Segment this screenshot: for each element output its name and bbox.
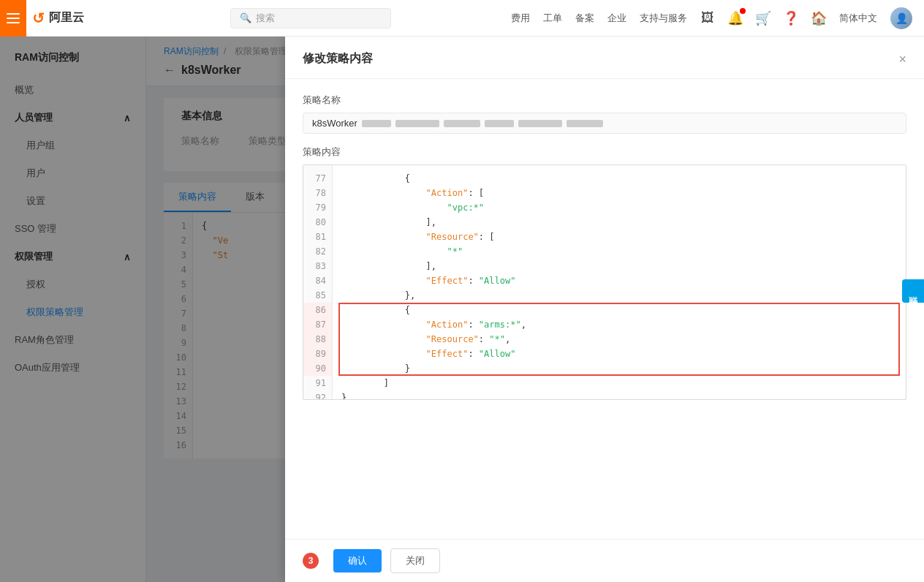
logo[interactable]: ↺ 阿里云: [32, 10, 84, 27]
lang-switcher[interactable]: 简体中文: [839, 12, 877, 25]
redacted-2: [395, 120, 439, 127]
policy-content-label: 策略内容: [303, 146, 906, 159]
highlighted-code-block: { "Action": "arms:*", "Resource": "*", "…: [341, 303, 897, 376]
modal-gutter-92: 92: [303, 390, 332, 399]
hamburger-button[interactable]: [0, 0, 26, 37]
logo-text: 阿里云: [49, 10, 84, 26]
search-bar[interactable]: 🔍 搜索: [230, 8, 391, 29]
modal-gutter-79: 79: [303, 200, 332, 215]
modal-title: 修改策略内容: [303, 51, 373, 67]
top-nav: ↺ 阿里云 🔍 搜索 费用 工单 备案 企业 支持与服务 🖼 🔔 🛒 ❓ 🏠 简…: [0, 0, 924, 37]
modal-code-editor[interactable]: 77 78 79 80 81 82 83 84 85 86 87 88 89 9…: [303, 165, 906, 400]
modal-close-button[interactable]: ×: [898, 53, 906, 66]
modal-gutter-83: 83: [303, 259, 332, 273]
step-badge-3: 3: [303, 553, 319, 569]
contact-side-button[interactable]: 联系我们: [902, 279, 924, 303]
svg-rect-2: [7, 22, 20, 23]
modal: 修改策略内容 × 策略名称 k8sWorker 策略内容 77 78 79: [285, 37, 924, 582]
modal-gutter-78: 78: [303, 186, 332, 200]
modal-gutter-90: 90: [303, 361, 332, 376]
modal-code-81: "Resource": [: [341, 230, 897, 244]
confirm-button[interactable]: 确认: [333, 549, 382, 572]
modal-gutter-88: 88: [303, 332, 332, 347]
modal-code-83: ],: [341, 259, 897, 273]
redacted-1: [362, 120, 391, 127]
nav-fees[interactable]: 费用: [511, 12, 530, 25]
svg-rect-1: [7, 18, 20, 19]
modal-gutter-77: 77: [303, 171, 332, 186]
modal-body: 策略名称 k8sWorker 策略内容 77 78 79 80 81 8: [285, 79, 924, 539]
modal-code-editor-inner: 77 78 79 80 81 82 83 84 85 86 87 88 89 9…: [303, 165, 906, 399]
search-icon: 🔍: [240, 12, 251, 23]
top-nav-right: 费用 工单 备案 企业 支持与服务 🖼 🔔 🛒 ❓ 🏠 简体中文 👤: [511, 7, 912, 29]
modal-gutter-89: 89: [303, 347, 332, 361]
modal-code-85: },: [341, 288, 897, 303]
modal-code-88: "Resource": "*",: [341, 332, 897, 347]
avatar[interactable]: 👤: [890, 7, 912, 29]
modal-code-79: "vpc:*": [341, 200, 897, 215]
modal-code-82: "*": [341, 244, 897, 259]
modal-code-87: "Action": "arms:*",: [341, 317, 897, 332]
modal-code-89: "Effect": "Allow": [341, 347, 897, 361]
modal-code-78: "Action": [: [341, 186, 897, 200]
modal-code-91: ]: [341, 376, 897, 390]
search-placeholder: 搜索: [256, 12, 275, 25]
modal-gutter-87: 87: [303, 317, 332, 332]
logo-icon: ↺: [32, 10, 45, 27]
close-footer-button[interactable]: 关闭: [390, 548, 440, 573]
nav-enterprise[interactable]: 企业: [607, 12, 626, 25]
nav-ticket[interactable]: 工单: [543, 12, 562, 25]
modal-header: 修改策略内容 ×: [285, 37, 924, 79]
help-icon[interactable]: ❓: [784, 11, 798, 26]
policy-name-form-label: 策略名称: [303, 94, 906, 107]
modal-code-77: {: [341, 171, 897, 186]
image-icon[interactable]: 🖼: [700, 11, 715, 26]
modal-gutter-85: 85: [303, 288, 332, 303]
modal-code-90: }: [341, 361, 897, 376]
modal-code-86: {: [341, 303, 897, 317]
modal-gutter-80: 80: [303, 215, 332, 230]
svg-rect-0: [7, 13, 20, 15]
modal-gutter-91: 91: [303, 376, 332, 390]
modal-code-80: ],: [341, 215, 897, 230]
redacted-6: [567, 120, 603, 127]
modal-code-92: }: [341, 390, 897, 399]
bell-icon[interactable]: 🔔: [728, 11, 743, 26]
modal-code-84: "Effect": "Allow": [341, 273, 897, 288]
home-icon[interactable]: 🏠: [811, 11, 826, 26]
policy-name-form-value: k8sWorker: [303, 113, 906, 134]
avatar-image: 👤: [890, 7, 912, 29]
modal-code-area[interactable]: { "Action": [ "vpc:*" ], "Resource": [ "…: [333, 165, 906, 399]
nav-support[interactable]: 支持与服务: [640, 12, 687, 25]
policy-name-text: k8sWorker: [312, 118, 357, 129]
modal-gutter-84: 84: [303, 273, 332, 288]
redacted-3: [444, 120, 480, 127]
redacted-4: [485, 120, 514, 127]
redacted-5: [518, 120, 562, 127]
step-badge-2-container: 2: [333, 317, 337, 333]
modal-gutter-86: 86: [303, 303, 332, 317]
nav-icp[interactable]: 备案: [575, 12, 594, 25]
modal-gutter-81: 81: [303, 230, 332, 244]
modal-gutter-82: 82: [303, 244, 332, 259]
modal-gutter: 77 78 79 80 81 82 83 84 85 86 87 88 89 9…: [303, 165, 333, 399]
cart-icon[interactable]: 🛒: [756, 11, 770, 26]
modal-footer: 3 确认 关闭: [285, 539, 924, 582]
